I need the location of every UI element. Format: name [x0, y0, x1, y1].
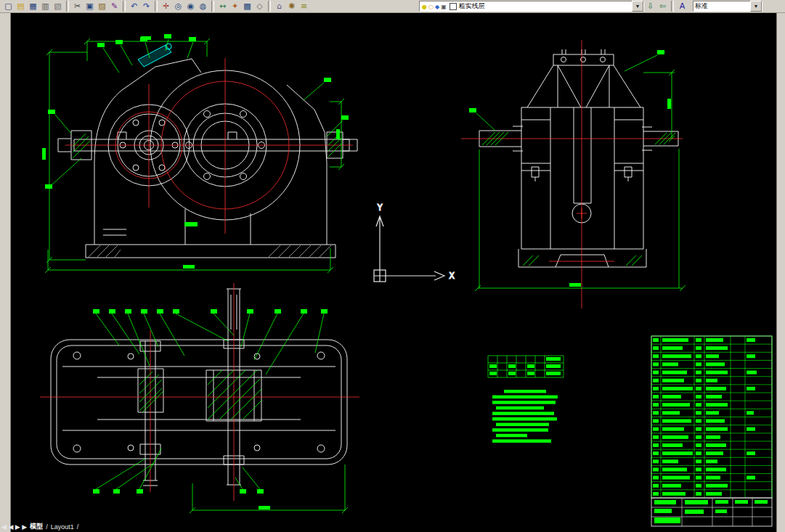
open-file-icon[interactable]: ▤	[15, 1, 27, 12]
new-file-icon[interactable]: ▢	[2, 1, 15, 12]
cut-icon[interactable]: ✂	[71, 1, 84, 12]
parts-cell-text	[653, 451, 659, 455]
parts-cell-text	[747, 451, 755, 455]
parts-cell-text	[696, 451, 701, 455]
tech-text-line	[492, 439, 551, 443]
title-block-text	[654, 509, 672, 513]
text-style-icon[interactable]: A	[676, 1, 688, 12]
zoom-previous-icon[interactable]: ◍	[197, 1, 209, 12]
parts-cell-text	[706, 403, 728, 406]
tab-separator: /	[77, 523, 79, 531]
parts-cell-text	[662, 346, 683, 350]
tech-text-line	[492, 401, 556, 404]
parts-cell-text	[662, 484, 681, 488]
toolbar: ▢▤▦▥▧✂▣▨✎↶↷✛◎◉◍↔✦▩◇⌂✺≡ ●○◆▣ 粗实线层 ▼ ⇩⇦ A …	[0, 0, 785, 13]
match-properties-icon[interactable]: ✎	[108, 1, 121, 12]
right-scrollbar[interactable]	[776, 13, 785, 532]
parts-cell-text	[662, 459, 678, 463]
parts-cell-text	[696, 484, 701, 488]
parts-cell-text	[706, 459, 717, 463]
parts-cell-text	[653, 427, 659, 431]
parts-cell-text	[706, 395, 722, 398]
title-block	[651, 498, 772, 526]
parts-cell-text	[696, 420, 701, 423]
tab-model[interactable]: 模型	[30, 522, 43, 531]
pan-icon[interactable]: ✛	[160, 1, 172, 12]
parts-cell-text	[662, 395, 681, 398]
ucs-x-label: X	[449, 271, 455, 281]
param-cell-text	[527, 372, 534, 375]
title-block-text	[654, 500, 676, 504]
named-views-icon[interactable]: ⌂	[273, 1, 285, 12]
parts-cell-text	[696, 435, 701, 439]
redo-icon[interactable]: ↷	[140, 1, 152, 12]
parts-cell-text	[653, 362, 659, 366]
parts-cell-text	[653, 395, 659, 398]
front-view	[42, 34, 357, 273]
technical-requirements-text	[492, 390, 558, 443]
parts-cell-text	[706, 371, 728, 375]
title-block-text	[715, 510, 727, 513]
title-block-text	[685, 500, 708, 504]
parts-cell-text	[747, 338, 755, 342]
parts-cell-text	[696, 338, 701, 342]
layer-plot-icon: ▣	[441, 4, 447, 10]
toolbar-separator	[211, 1, 214, 12]
parts-cell-text	[662, 435, 688, 439]
tech-text-line	[496, 434, 527, 438]
zoom-realtime-icon[interactable]: ◎	[172, 1, 184, 12]
tab-nav-arrows[interactable]: ◀ ◀ ▶ ▶	[1, 523, 27, 531]
copy-icon[interactable]: ▣	[84, 1, 96, 12]
parts-cell-text	[706, 476, 720, 480]
layer-color-swatch	[450, 3, 457, 10]
parts-cell-text	[696, 362, 701, 366]
toolbar-left-icons: ▢▤▦▥▧✂▣▨✎↶↷✛◎◉◍↔✦▩◇⌂✺≡	[2, 0, 310, 13]
parts-cell-text	[653, 338, 659, 342]
save-icon[interactable]: ▦	[27, 1, 39, 12]
ucs-y-label: Y	[377, 202, 383, 213]
toolbar-layer-tools: ⇩⇦	[644, 0, 669, 13]
parts-cell-text	[706, 362, 725, 366]
parts-cell-text	[747, 387, 755, 390]
paste-icon[interactable]: ▨	[96, 1, 108, 12]
layers-manager-icon[interactable]: ≡	[298, 1, 310, 12]
cad-drawing: Y X	[10, 13, 777, 532]
zoom-window-icon[interactable]: ◉	[184, 1, 197, 12]
parts-cell-text	[662, 403, 690, 406]
parts-cell-text	[706, 484, 728, 488]
tab-separator: /	[46, 523, 48, 531]
parts-cell-text	[706, 411, 719, 414]
parts-cell-text	[696, 387, 701, 390]
tab-layout1[interactable]: Layout1	[51, 523, 74, 531]
param-cell-text	[489, 372, 497, 375]
layer-previous-icon[interactable]: ⇦	[656, 1, 669, 12]
parts-cell-text	[747, 371, 757, 375]
layer-dropdown-arrow-icon[interactable]: ▼	[632, 1, 643, 12]
print-icon[interactable]: ▥	[39, 1, 52, 12]
properties-icon[interactable]: ▩	[241, 1, 253, 12]
undo-icon[interactable]: ↶	[128, 1, 140, 12]
text-style-tool: A	[676, 0, 688, 13]
print-preview-icon[interactable]: ▧	[52, 1, 64, 12]
parts-cell-text	[747, 427, 755, 431]
parts-cell-text	[653, 492, 659, 496]
toolbar-separator	[268, 1, 271, 12]
style-dropdown-arrow-icon[interactable]: ▼	[750, 1, 762, 12]
parts-cell-text	[653, 371, 659, 375]
object-snap-icon[interactable]: ◇	[253, 1, 266, 12]
parts-cell-text	[706, 420, 725, 423]
parts-cell-text	[696, 443, 701, 447]
regen-icon[interactable]: ✺	[285, 1, 298, 12]
redraw-icon[interactable]: ✦	[229, 1, 241, 12]
make-object-layer-current-icon[interactable]: ⇩	[644, 1, 656, 12]
distance-icon[interactable]: ↔	[216, 1, 229, 12]
toolbar-separator	[66, 1, 69, 12]
parts-cell-text	[706, 387, 726, 390]
text-style-dropdown[interactable]: 标准 ▼	[693, 1, 762, 12]
model-space-canvas[interactable]: Y X	[10, 13, 777, 532]
top-view-callout-labels	[93, 309, 328, 510]
parts-cell-text	[662, 379, 684, 382]
param-cell-text	[546, 372, 561, 375]
layer-dropdown[interactable]: ●○◆▣ 粗实线层 ▼	[419, 1, 644, 12]
tech-text-line	[496, 423, 549, 427]
